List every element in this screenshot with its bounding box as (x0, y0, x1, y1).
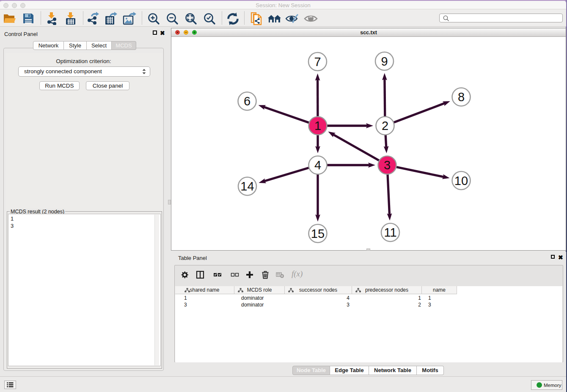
svg-text:6: 6 (244, 94, 250, 108)
svg-text:2: 2 (382, 119, 388, 133)
svg-text:3: 3 (384, 158, 391, 172)
svg-text:14: 14 (240, 179, 254, 193)
svg-text:8: 8 (458, 90, 465, 104)
svg-text:7: 7 (314, 55, 321, 69)
svg-text:10: 10 (454, 174, 468, 188)
svg-text:15: 15 (311, 227, 325, 240)
svg-text:9: 9 (381, 55, 388, 68)
svg-text:1: 1 (314, 119, 321, 133)
svg-text:11: 11 (384, 226, 396, 239)
svg-text:4: 4 (314, 158, 321, 172)
